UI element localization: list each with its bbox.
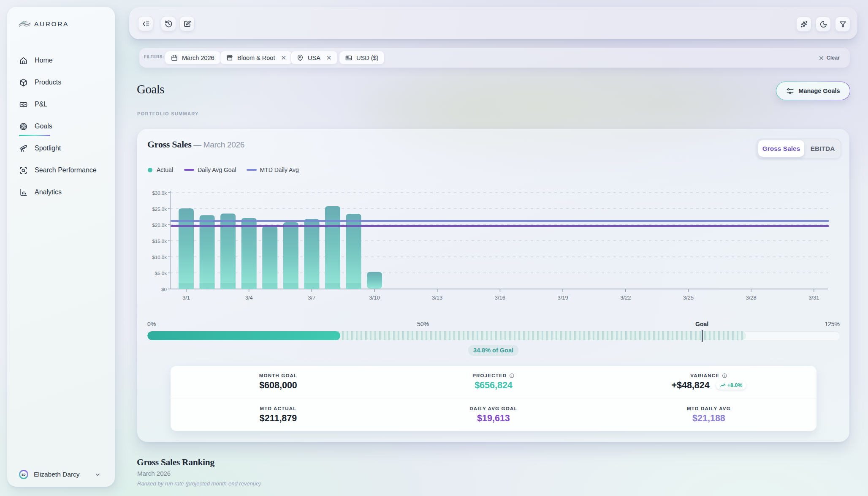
svg-text:$25.0k: $25.0k: [152, 207, 167, 212]
svg-text:3/22: 3/22: [620, 294, 631, 301]
svg-text:3/16: 3/16: [495, 294, 505, 301]
svg-text:3/25: 3/25: [683, 294, 694, 301]
svg-text:$15.0k: $15.0k: [152, 239, 167, 244]
svg-text:3/4: 3/4: [245, 294, 253, 301]
svg-text:3/7: 3/7: [308, 294, 315, 301]
svg-text:3/13: 3/13: [432, 294, 442, 301]
svg-text:3/1: 3/1: [182, 294, 190, 301]
svg-text:3/31: 3/31: [808, 294, 819, 301]
svg-text:$5.0k: $5.0k: [155, 271, 167, 276]
svg-text:$10.0k: $10.0k: [152, 255, 167, 260]
svg-text:3/28: 3/28: [746, 294, 756, 301]
svg-text:3/19: 3/19: [557, 294, 568, 301]
svg-text:$20.0k: $20.0k: [152, 223, 167, 228]
svg-text:$30.0k: $30.0k: [152, 191, 167, 196]
svg-text:3/10: 3/10: [369, 294, 380, 301]
svg-text:$0: $0: [161, 287, 167, 292]
